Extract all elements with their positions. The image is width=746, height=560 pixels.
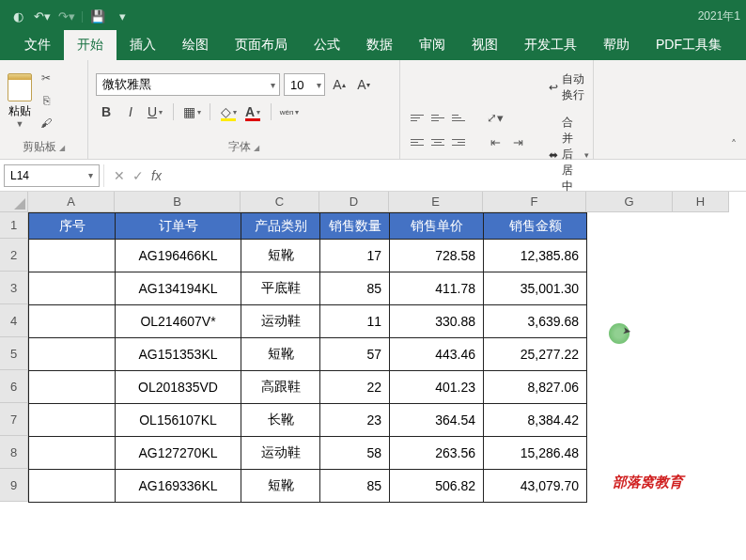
cell[interactable]: OL156107KL xyxy=(116,404,241,437)
col-header-G[interactable]: G xyxy=(586,192,673,212)
col-header-D[interactable]: D xyxy=(319,192,389,212)
redo-button[interactable]: ↷▾ xyxy=(54,4,79,28)
increase-font-button[interactable]: A▴ xyxy=(329,74,350,95)
cell[interactable] xyxy=(29,338,116,371)
align-left-button[interactable] xyxy=(408,133,427,152)
cell[interactable]: 8,827.06 xyxy=(484,371,587,404)
cell[interactable]: 短靴 xyxy=(241,240,320,272)
cell[interactable] xyxy=(29,305,116,338)
cell[interactable]: 443.46 xyxy=(390,338,484,371)
decrease-indent-button[interactable]: ⇤ xyxy=(485,133,505,152)
row-header-4[interactable]: 4 xyxy=(0,304,28,337)
tab-审阅[interactable]: 审阅 xyxy=(406,30,458,60)
cell[interactable]: 15,286.48 xyxy=(484,437,587,470)
row-header-9[interactable]: 9 xyxy=(0,469,28,502)
cell[interactable]: 长靴 xyxy=(241,404,320,437)
col-header-C[interactable]: C xyxy=(241,192,319,212)
row-header-2[interactable]: 2 xyxy=(0,239,28,272)
col-header-H[interactable]: H xyxy=(673,192,729,212)
merge-center-button[interactable]: ⬌ 合并后居中 ▾ xyxy=(545,113,593,196)
orientation-button[interactable]: ⤢▾ xyxy=(485,109,505,128)
wrap-text-button[interactable]: ↩ 自动换行 xyxy=(545,70,593,105)
cell[interactable] xyxy=(29,240,116,272)
cell[interactable] xyxy=(29,371,116,404)
table-header[interactable]: 序号 xyxy=(29,213,116,240)
cell[interactable]: 平底鞋 xyxy=(241,272,320,305)
cell[interactable] xyxy=(29,404,116,437)
row-header-3[interactable]: 3 xyxy=(0,272,28,304)
cell[interactable]: 330.88 xyxy=(390,305,484,338)
cell[interactable]: OL214607V* xyxy=(116,305,241,338)
cell[interactable]: 11 xyxy=(320,305,390,338)
table-header[interactable]: 销售单价 xyxy=(390,213,484,240)
fx-button[interactable]: fx xyxy=(151,168,162,183)
table-header[interactable]: 销售金额 xyxy=(484,213,587,240)
tab-页面布局[interactable]: 页面布局 xyxy=(222,30,301,60)
cell[interactable]: 12,385.86 xyxy=(484,240,587,272)
undo-button[interactable]: ↶▾ xyxy=(30,4,54,28)
decrease-font-button[interactable]: A▾ xyxy=(353,74,374,95)
collapse-ribbon-button[interactable]: ˄ xyxy=(725,138,742,155)
row-header-1[interactable]: 1 xyxy=(0,212,28,239)
font-family-select[interactable]: 微软雅黑 xyxy=(96,73,280,96)
italic-button[interactable]: I xyxy=(120,101,141,122)
format-painter-button[interactable]: 🖌 xyxy=(36,114,56,132)
tab-文件[interactable]: 文件 xyxy=(11,30,64,60)
cell[interactable]: 506.82 xyxy=(390,470,484,503)
cut-button[interactable]: ✂ xyxy=(36,69,56,87)
save-button[interactable]: 💾 xyxy=(85,4,110,28)
tab-公式[interactable]: 公式 xyxy=(301,30,353,60)
data-table[interactable]: 序号订单号产品类别销售数量销售单价销售金额AG196466KL短靴17728.5… xyxy=(28,212,587,503)
cell[interactable]: AG127270KL xyxy=(116,437,241,470)
underline-button[interactable]: U xyxy=(145,101,165,122)
col-header-B[interactable]: B xyxy=(115,192,241,212)
phonetic-button[interactable]: wén xyxy=(279,101,300,122)
select-all-corner[interactable] xyxy=(0,192,28,212)
align-center-button[interactable] xyxy=(428,133,447,152)
tab-视图[interactable]: 视图 xyxy=(458,30,511,60)
font-color-button[interactable]: A xyxy=(242,101,263,122)
paste-button[interactable]: 粘贴 ▼ xyxy=(8,73,32,129)
tab-插入[interactable]: 插入 xyxy=(117,30,169,60)
align-right-button[interactable] xyxy=(449,133,468,152)
qat-customize[interactable]: ▾ xyxy=(110,4,134,28)
cell[interactable]: 263.56 xyxy=(390,437,484,470)
cell[interactable]: 85 xyxy=(320,272,390,305)
cell[interactable]: AG196466KL xyxy=(116,240,241,272)
cell[interactable]: 25,277.22 xyxy=(484,338,587,371)
cell[interactable]: 23 xyxy=(320,404,390,437)
align-bottom-button[interactable] xyxy=(449,109,468,128)
cell[interactable]: 401.23 xyxy=(390,371,484,404)
cell[interactable]: 3,639.68 xyxy=(484,305,587,338)
tab-数据[interactable]: 数据 xyxy=(353,30,406,60)
font-size-select[interactable]: 10 xyxy=(284,73,325,96)
table-header[interactable]: 订单号 xyxy=(116,213,241,240)
tab-开发工具[interactable]: 开发工具 xyxy=(511,30,590,60)
fill-color-button[interactable]: ◇ xyxy=(218,101,239,122)
accept-formula-button[interactable]: ✓ xyxy=(132,168,144,183)
cell[interactable]: OL201835VD xyxy=(116,371,241,404)
cell[interactable]: 17 xyxy=(320,240,390,272)
row-header-5[interactable]: 5 xyxy=(0,337,28,370)
cell[interactable]: 22 xyxy=(320,371,390,404)
bold-button[interactable]: B xyxy=(96,101,117,122)
cell[interactable]: 43,079.70 xyxy=(484,470,587,503)
cancel-formula-button[interactable]: ✕ xyxy=(114,168,125,183)
cell[interactable]: 411.78 xyxy=(390,272,484,305)
row-header-8[interactable]: 8 xyxy=(0,436,28,469)
increase-indent-button[interactable]: ⇥ xyxy=(507,133,528,152)
table-header[interactable]: 产品类别 xyxy=(241,213,320,240)
cell[interactable]: 35,001.30 xyxy=(484,272,587,305)
border-button[interactable]: ▦ xyxy=(181,101,202,122)
cell[interactable]: AG151353KL xyxy=(116,338,241,371)
cell[interactable]: 57 xyxy=(320,338,390,371)
copy-button[interactable]: ⎘ xyxy=(36,91,56,110)
tab-开始[interactable]: 开始 xyxy=(64,30,117,60)
table-header[interactable]: 销售数量 xyxy=(320,213,390,240)
cell[interactable]: 58 xyxy=(320,437,390,470)
col-header-E[interactable]: E xyxy=(389,192,483,212)
cell[interactable]: 728.58 xyxy=(390,240,484,272)
cell[interactable] xyxy=(29,470,116,503)
cells-area[interactable]: 序号订单号产品类别销售数量销售单价销售金额AG196466KL短靴17728.5… xyxy=(28,212,587,503)
align-top-button[interactable] xyxy=(408,109,427,128)
